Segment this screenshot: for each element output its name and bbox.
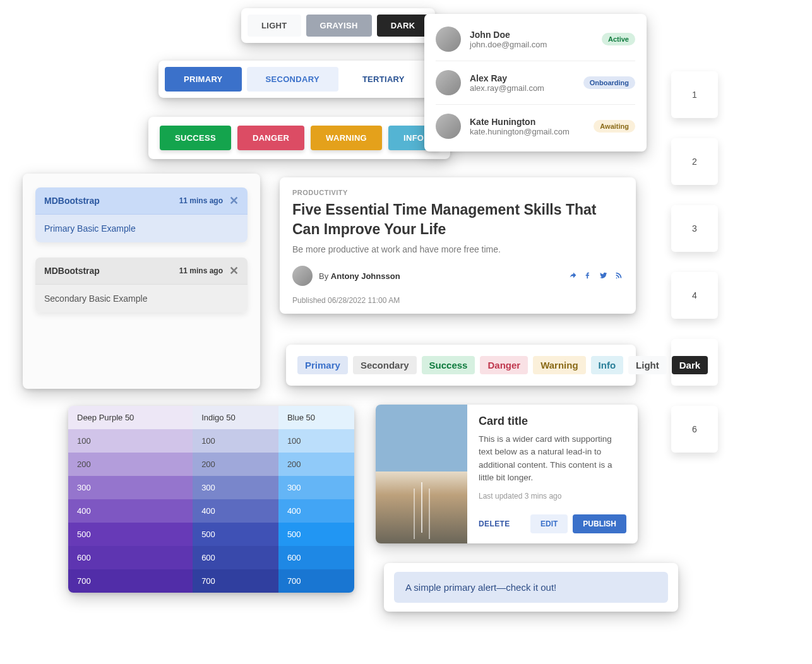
list-item[interactable]: Alex Ray alex.ray@gmail.com Onboarding [436,61,635,105]
card-image [376,405,467,543]
theme-light-button[interactable]: LIGHT [248,15,301,37]
badge-dark: Dark [672,356,708,374]
tab-tertiary[interactable]: TERTIARY [343,67,424,92]
status-badge: Awaiting [594,120,635,133]
toast-body: Secondary Basic Example [35,285,248,312]
palette-swatch: 600 [278,546,354,569]
twitter-icon[interactable] [599,271,608,282]
palette-swatch: 400 [278,499,354,523]
publish-button[interactable]: PUBLISH [573,514,626,533]
table-row: 600600600 [68,546,354,569]
palette-swatch: 300 [278,476,354,499]
palette-swatch: 100 [68,429,193,453]
palette-column-header: Blue 50 [278,406,354,429]
palette-swatch: 100 [193,429,278,453]
user-email: kate.hunington@gmail.com [470,127,570,136]
list-item[interactable]: John Doe john.doe@gmail.com Active [436,18,635,61]
palette-swatch: 200 [278,453,354,476]
badge-light: Light [628,356,667,374]
edit-button[interactable]: EDIT [530,514,568,533]
theme-segmented: LIGHT GRAYISH DARK [241,8,435,43]
badge-row: Primary Secondary Success Danger Warning… [286,345,636,386]
success-button[interactable]: SUCCESS [160,126,231,150]
danger-button[interactable]: DANGER [237,126,304,150]
palette-swatch: 500 [278,523,354,546]
palette-swatch: 300 [193,476,278,499]
social-icons [569,271,623,282]
palette-swatch: 600 [193,546,278,569]
badge-primary: Primary [297,356,348,374]
table-row: 200200200 [68,453,354,476]
palette-swatch: 100 [278,429,354,453]
alert-card: A simple primary alert—check it out! [384,563,678,612]
card-text: This is a wider card with supporting tex… [479,433,626,484]
tab-primary[interactable]: PRIMARY [165,67,242,92]
number-card[interactable]: 1 [671,71,718,118]
table-row: Deep Purple 50 Indigo 50 Blue 50 [68,406,354,429]
status-badge: Onboarding [583,76,635,89]
share-icon[interactable] [569,271,578,282]
card-title: Card title [479,415,626,428]
number-card[interactable]: 2 [671,138,718,185]
user-email: john.doe@gmail.com [470,40,547,49]
badge-danger: Danger [480,356,528,374]
palette-column-header: Indigo 50 [193,406,278,429]
toast-time: 11 mins ago [179,266,223,275]
palette-swatch: 500 [193,523,278,546]
number-card[interactable]: 3 [671,205,718,252]
avatar [436,114,461,139]
status-buttons: SUCCESS DANGER WARNING INFO [148,117,450,159]
toast-panel: MDBootstrap 11 mins ago ✕ Primary Basic … [23,174,260,389]
article-subtitle: Be more productive at work and have more… [292,244,623,254]
user-name: Kate Hunington [470,117,570,127]
article-published: Published 06/28/2022 11:00 AM [292,296,623,305]
theme-dark-button[interactable]: DARK [377,15,429,37]
toast-time: 11 mins ago [179,196,223,205]
number-card[interactable]: 4 [671,272,718,319]
badge-info: Info [591,356,624,374]
avatar [292,266,313,286]
palette-swatch: 200 [193,453,278,476]
palette-swatch: 700 [193,569,278,593]
table-row: 300300300 [68,476,354,499]
table-row: 500500500 [68,523,354,546]
avatar [436,27,461,52]
toast-body: Primary Basic Example [35,215,248,242]
toast-title: MDBootstrap [44,266,100,276]
badge-warning: Warning [533,356,585,374]
badge-success: Success [422,356,475,374]
delete-link[interactable]: DELETE [479,519,510,528]
card-updated: Last updated 3 mins ago [479,492,626,501]
palette-swatch: 400 [68,499,193,523]
rss-icon[interactable] [614,271,623,282]
article-card: PRODUCTIVITY Five Essential Time Managem… [280,177,636,314]
user-list: John Doe john.doe@gmail.com Active Alex … [424,14,647,151]
number-card[interactable]: 6 [671,406,718,453]
badge-secondary: Secondary [353,356,417,374]
close-icon[interactable]: ✕ [229,264,239,278]
palette-table: Deep Purple 50 Indigo 50 Blue 50 1001001… [68,406,354,593]
list-item[interactable]: Kate Hunington kate.hunington@gmail.com … [436,105,635,148]
palette-swatch: 400 [193,499,278,523]
table-row: 400400400 [68,499,354,523]
facebook-icon[interactable] [584,271,593,282]
palette-swatch: 700 [68,569,193,593]
user-name: John Doe [470,30,547,40]
tab-secondary[interactable]: SECONDARY [247,67,338,92]
horizontal-card: Card title This is a wider card with sup… [376,405,638,543]
user-name: Alex Ray [470,73,544,83]
toast-secondary: MDBootstrap 11 mins ago ✕ Secondary Basi… [35,258,248,312]
palette-column-header: Deep Purple 50 [68,406,193,429]
palette-swatch: 300 [68,476,193,499]
status-badge: Active [602,33,635,45]
palette-swatch: 600 [68,546,193,569]
palette-swatch: 700 [278,569,354,593]
warning-button[interactable]: WARNING [311,126,382,150]
article-byline: By Antony Johnsson [319,271,400,281]
article-title: Five Essential Time Management Skills Th… [292,200,623,239]
alert-primary: A simple primary alert—check it out! [394,572,668,603]
theme-grayish-button[interactable]: GRAYISH [306,15,372,37]
close-icon[interactable]: ✕ [229,194,239,208]
pill-tabs: PRIMARY SECONDARY TERTIARY [158,61,430,98]
toast-title: MDBootstrap [44,196,100,206]
